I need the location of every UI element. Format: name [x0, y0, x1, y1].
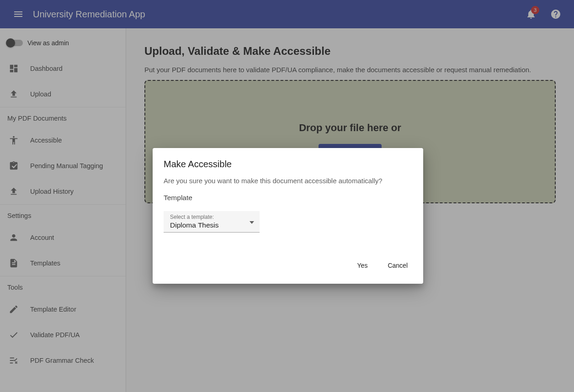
dialog-section-label: Template — [164, 194, 412, 202]
yes-button[interactable]: Yes — [353, 258, 372, 273]
dialog-title: Make Accessible — [164, 159, 412, 170]
make-accessible-dialog: Make Accessible Are you sure you want to… — [153, 148, 423, 284]
template-select-value: Diploma Thesis — [170, 221, 254, 229]
chevron-down-icon — [250, 217, 254, 226]
template-select-label: Select a template: — [170, 214, 254, 220]
dialog-message: Are you sure you want to make this docum… — [164, 177, 412, 185]
cancel-button[interactable]: Cancel — [383, 258, 412, 273]
template-select[interactable]: Select a template: Diploma Thesis — [164, 211, 260, 233]
